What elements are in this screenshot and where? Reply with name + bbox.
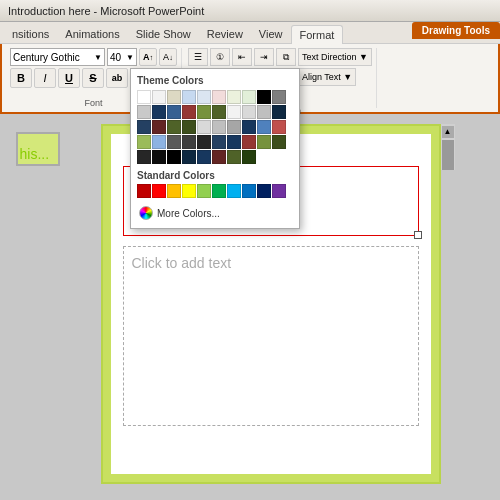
- theme-color-swatch[interactable]: [227, 105, 241, 119]
- theme-color-swatch[interactable]: [212, 105, 226, 119]
- ribbon-tabs-bar: Drawing Tools nsitions Animations Slide …: [0, 22, 500, 44]
- slide-thumbnail-strip: his...: [10, 124, 65, 492]
- theme-color-swatch[interactable]: [197, 120, 211, 134]
- theme-color-swatch[interactable]: [257, 105, 271, 119]
- standard-color-swatch[interactable]: [167, 184, 181, 198]
- theme-color-grid: [137, 90, 293, 164]
- tab-view[interactable]: View: [251, 25, 291, 43]
- standard-color-swatch[interactable]: [197, 184, 211, 198]
- theme-color-swatch[interactable]: [257, 90, 271, 104]
- standard-color-swatch[interactable]: [257, 184, 271, 198]
- theme-color-swatch[interactable]: [182, 105, 196, 119]
- drawing-tools-tab[interactable]: Drawing Tools: [412, 22, 500, 39]
- theme-color-swatch[interactable]: [212, 135, 226, 149]
- theme-color-swatch[interactable]: [137, 90, 151, 104]
- scroll-thumb[interactable]: [442, 140, 454, 170]
- standard-colors-label: Standard Colors: [137, 170, 293, 181]
- bold-button[interactable]: B: [10, 68, 32, 88]
- theme-color-swatch[interactable]: [242, 150, 256, 164]
- standard-color-swatch[interactable]: [182, 184, 196, 198]
- theme-color-swatch[interactable]: [272, 105, 286, 119]
- resize-handle-bottom-right[interactable]: [414, 231, 422, 239]
- theme-color-swatch[interactable]: [182, 90, 196, 104]
- text-direction-button[interactable]: Text Direction ▼: [298, 48, 372, 66]
- title-bar-text: Introduction here - Microsoft PowerPoint: [8, 5, 204, 17]
- theme-color-swatch[interactable]: [272, 120, 286, 134]
- theme-color-swatch[interactable]: [137, 120, 151, 134]
- slide-content-box[interactable]: Click to add text: [123, 246, 419, 426]
- theme-color-swatch[interactable]: [197, 90, 211, 104]
- align-text-button[interactable]: Align Text ▼: [298, 68, 356, 86]
- standard-color-swatch[interactable]: [227, 184, 241, 198]
- theme-color-swatch[interactable]: [227, 120, 241, 134]
- theme-color-swatch[interactable]: [182, 150, 196, 164]
- theme-color-swatch[interactable]: [227, 90, 241, 104]
- more-colors-icon: [139, 206, 153, 220]
- theme-color-swatch[interactable]: [167, 90, 181, 104]
- decrease-indent-button[interactable]: ⇤: [232, 48, 252, 66]
- theme-color-swatch[interactable]: [242, 105, 256, 119]
- theme-color-swatch[interactable]: [152, 90, 166, 104]
- standard-color-swatch[interactable]: [242, 184, 256, 198]
- font-size-dropdown[interactable]: 40 ▼: [107, 48, 137, 66]
- tab-transitions[interactable]: nsitions: [4, 25, 57, 43]
- color-picker-dropdown: Theme Colors Standard Colors More Colors…: [130, 68, 300, 229]
- standard-color-swatch[interactable]: [137, 184, 151, 198]
- vertical-scrollbar[interactable]: ▲: [441, 124, 455, 170]
- theme-color-swatch[interactable]: [152, 135, 166, 149]
- underline-button[interactable]: U: [58, 68, 80, 88]
- more-colors-button[interactable]: More Colors...: [137, 204, 293, 222]
- standard-color-grid: [137, 184, 293, 198]
- theme-color-swatch[interactable]: [242, 135, 256, 149]
- increase-font-button[interactable]: A↑: [139, 48, 157, 66]
- text-shadow-button[interactable]: ab: [106, 68, 128, 88]
- tab-animations[interactable]: Animations: [57, 25, 127, 43]
- standard-color-swatch[interactable]: [152, 184, 166, 198]
- theme-color-swatch[interactable]: [257, 120, 271, 134]
- columns-button[interactable]: ⧉: [276, 48, 296, 66]
- theme-color-swatch[interactable]: [212, 90, 226, 104]
- standard-color-swatch[interactable]: [212, 184, 226, 198]
- tab-review[interactable]: Review: [199, 25, 251, 43]
- theme-color-swatch[interactable]: [167, 120, 181, 134]
- tab-format[interactable]: Format: [291, 25, 344, 44]
- theme-color-swatch[interactable]: [137, 150, 151, 164]
- bullets-button[interactable]: ☰: [188, 48, 208, 66]
- theme-color-swatch[interactable]: [227, 135, 241, 149]
- theme-color-swatch[interactable]: [227, 150, 241, 164]
- standard-color-swatch[interactable]: [272, 184, 286, 198]
- tab-slideshow[interactable]: Slide Show: [128, 25, 199, 43]
- strikethrough-button[interactable]: S: [82, 68, 104, 88]
- theme-color-swatch[interactable]: [182, 120, 196, 134]
- theme-color-swatch[interactable]: [197, 135, 211, 149]
- size-dropdown-arrow: ▼: [126, 53, 134, 62]
- theme-color-swatch[interactable]: [242, 90, 256, 104]
- font-dropdown-arrow: ▼: [94, 53, 102, 62]
- decrease-font-button[interactable]: A↓: [159, 48, 177, 66]
- theme-color-swatch[interactable]: [167, 150, 181, 164]
- theme-colors-label: Theme Colors: [137, 75, 293, 86]
- increase-indent-button[interactable]: ⇥: [254, 48, 274, 66]
- theme-color-swatch[interactable]: [197, 150, 211, 164]
- theme-color-swatch[interactable]: [167, 105, 181, 119]
- italic-button[interactable]: I: [34, 68, 56, 88]
- font-name-dropdown[interactable]: Century Gothic ▼: [10, 48, 105, 66]
- theme-color-swatch[interactable]: [152, 150, 166, 164]
- title-bar: Introduction here - Microsoft PowerPoint: [0, 0, 500, 22]
- theme-color-swatch[interactable]: [137, 105, 151, 119]
- theme-color-swatch[interactable]: [212, 120, 226, 134]
- theme-color-swatch[interactable]: [272, 90, 286, 104]
- theme-color-swatch[interactable]: [272, 135, 286, 149]
- theme-color-swatch[interactable]: [182, 135, 196, 149]
- theme-color-swatch[interactable]: [197, 105, 211, 119]
- theme-color-swatch[interactable]: [242, 120, 256, 134]
- scroll-up-button[interactable]: ▲: [442, 126, 454, 138]
- theme-color-swatch[interactable]: [257, 135, 271, 149]
- numbering-button[interactable]: ①: [210, 48, 230, 66]
- theme-color-swatch[interactable]: [212, 150, 226, 164]
- slide-thumbnail[interactable]: his...: [16, 132, 60, 166]
- theme-color-swatch[interactable]: [167, 135, 181, 149]
- theme-color-swatch[interactable]: [152, 105, 166, 119]
- theme-color-swatch[interactable]: [137, 135, 151, 149]
- theme-color-swatch[interactable]: [152, 120, 166, 134]
